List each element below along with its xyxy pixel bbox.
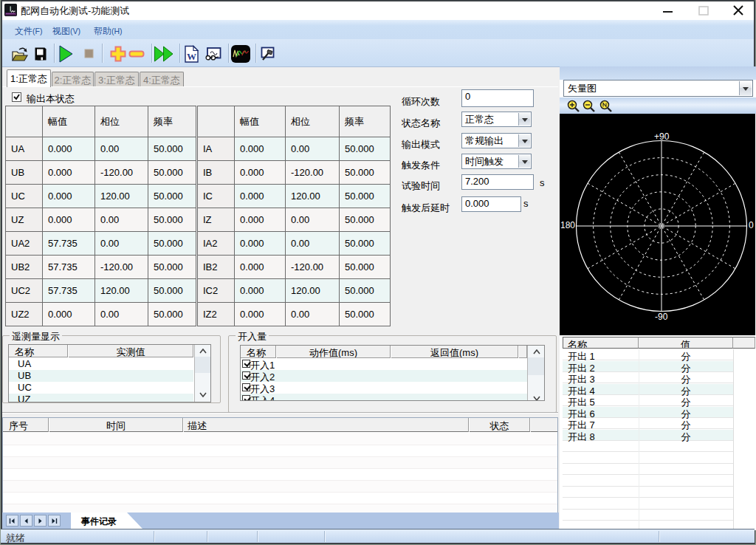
svg-text:W: W (187, 51, 196, 62)
svg-text:-90: -90 (655, 312, 668, 322)
svg-text:+90: +90 (654, 131, 670, 142)
svg-text:0: 0 (749, 220, 754, 230)
svg-text:180: 180 (560, 220, 575, 230)
